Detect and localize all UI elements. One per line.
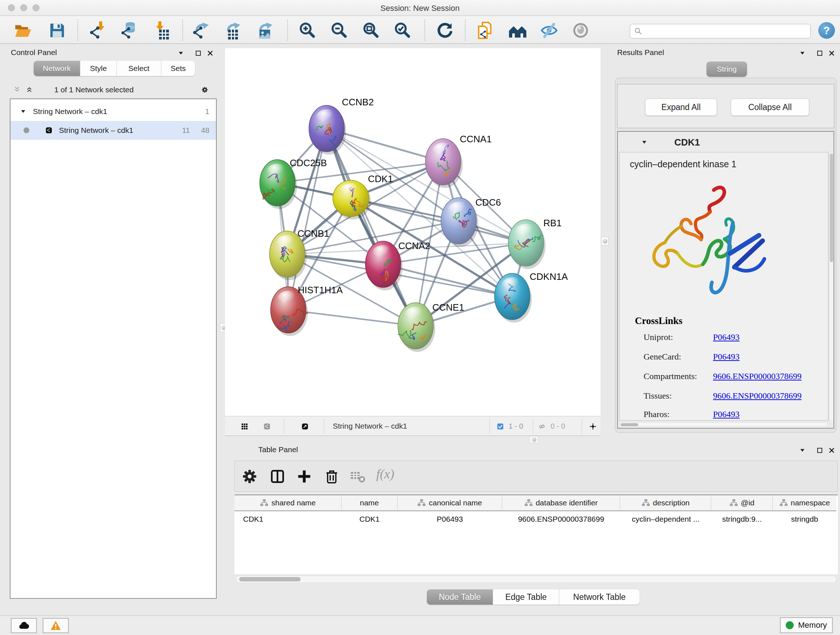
control-panel-collapse-icon[interactable] bbox=[176, 49, 186, 58]
grid-view-icon[interactable] bbox=[239, 421, 250, 432]
expand-all-networks-icon[interactable] bbox=[25, 85, 34, 94]
import-network-file-icon[interactable] bbox=[88, 20, 108, 41]
memory-status-dot bbox=[786, 621, 794, 629]
zoom-out-icon[interactable] bbox=[329, 20, 349, 41]
cell-database-identifier[interactable]: 9606.ENSP00000378699 bbox=[502, 515, 620, 524]
network-canvas[interactable]: CCNB2CCNA1CDC25BCDK1CDC6RB1CCNB1CCNA2CDK… bbox=[225, 48, 600, 416]
column-header-id[interactable]: @id bbox=[711, 495, 773, 511]
collection-count: 1 bbox=[205, 107, 210, 116]
network-graph[interactable]: CCNB2CCNA1CDC25BCDK1CDC6RB1CCNB1CCNA2CDK… bbox=[225, 48, 600, 416]
network-view-title: String Network – cdk1 bbox=[333, 422, 407, 431]
shared-column-icon bbox=[779, 499, 788, 507]
crosslink-value-link[interactable]: P06493 bbox=[713, 352, 739, 362]
control-panel-close-icon[interactable] bbox=[205, 49, 215, 58]
open-session-icon[interactable] bbox=[13, 20, 33, 41]
column-header-canonical-name[interactable]: canonical name bbox=[398, 495, 502, 511]
tab-edge-table[interactable]: Edge Table bbox=[493, 589, 559, 605]
warnings-button[interactable] bbox=[43, 618, 69, 633]
delete-column-icon[interactable] bbox=[323, 468, 340, 485]
expand-all-button[interactable]: Expand All bbox=[645, 98, 717, 116]
column-header-name[interactable]: name bbox=[341, 495, 398, 511]
network-share-icon[interactable] bbox=[261, 420, 273, 433]
column-header-namespace[interactable]: namespace bbox=[773, 495, 836, 511]
table-panel-collapse-icon[interactable] bbox=[798, 446, 807, 455]
fit-content-icon[interactable] bbox=[586, 420, 600, 433]
string-import-icon[interactable] bbox=[475, 20, 496, 41]
results-vertical-scrollbar[interactable] bbox=[829, 152, 834, 421]
table-panel-close-icon[interactable] bbox=[827, 446, 836, 455]
cloud-button[interactable] bbox=[11, 618, 37, 633]
hide-selected-icon[interactable] bbox=[539, 20, 559, 41]
control-panel-title: Control Panel bbox=[11, 48, 57, 57]
tab-sets[interactable]: Sets bbox=[161, 61, 195, 76]
results-panel-collapse-icon[interactable] bbox=[798, 49, 807, 58]
shared-column-icon bbox=[260, 499, 268, 507]
svg-text:CDC25B: CDC25B bbox=[290, 157, 327, 168]
import-network-database-icon[interactable] bbox=[119, 20, 140, 41]
results-horizontal-scrollbar[interactable] bbox=[620, 422, 828, 427]
cell-namespace[interactable]: stringdb bbox=[773, 515, 836, 524]
tab-network[interactable]: Network bbox=[34, 61, 80, 76]
column-header-shared-name[interactable]: shared name bbox=[234, 495, 341, 511]
add-column-icon[interactable] bbox=[295, 468, 313, 485]
show-all-icon[interactable] bbox=[570, 20, 591, 41]
right-splitter-handle[interactable] bbox=[601, 237, 608, 245]
memory-button[interactable]: Memory bbox=[780, 617, 833, 633]
tab-string[interactable]: String bbox=[706, 62, 747, 77]
table-options-gear-icon[interactable] bbox=[241, 468, 258, 485]
collapse-all-networks-icon[interactable] bbox=[12, 85, 22, 94]
results-panel-close-icon[interactable] bbox=[827, 49, 836, 58]
tab-select[interactable]: Select bbox=[117, 61, 161, 76]
crosslink-value-link[interactable]: 9606.ENSP00000378699 bbox=[713, 391, 802, 401]
network-options-gear-icon[interactable] bbox=[198, 83, 211, 96]
help-button[interactable]: ? bbox=[818, 22, 835, 39]
zoom-in-icon[interactable] bbox=[297, 20, 317, 41]
import-table-icon[interactable] bbox=[151, 20, 172, 41]
export-table-icon[interactable] bbox=[223, 20, 243, 41]
show-columns-icon[interactable] bbox=[269, 468, 286, 485]
zoom-fit-icon[interactable] bbox=[361, 20, 381, 41]
column-header-database-identifier[interactable]: database identifier bbox=[502, 495, 620, 511]
collapse-all-button[interactable]: Collapse All bbox=[731, 98, 809, 116]
cell-canonical-name[interactable]: P06493 bbox=[398, 515, 502, 524]
gene-section-expander-icon[interactable] bbox=[639, 138, 649, 147]
control-panel-tabs: Network Style Select Sets bbox=[34, 61, 195, 76]
network-type-icon bbox=[43, 125, 55, 136]
home-networks-icon[interactable] bbox=[508, 20, 528, 41]
tab-style[interactable]: Style bbox=[80, 61, 117, 76]
cell-description[interactable]: cyclin–dependent ... bbox=[620, 515, 711, 524]
table-row[interactable]: CDK1 CDK1 P06493 9606.ENSP00000378699 cy… bbox=[234, 511, 836, 527]
collection-expander-icon[interactable] bbox=[19, 107, 28, 116]
network-row[interactable]: String Network – cdk1 11 48 bbox=[11, 121, 216, 140]
cell-id[interactable]: stringdb:9... bbox=[711, 515, 773, 524]
table-panel-float-icon[interactable] bbox=[815, 446, 824, 455]
tab-network-table[interactable]: Network Table bbox=[559, 589, 639, 605]
results-panel-float-icon[interactable] bbox=[815, 49, 824, 58]
export-image-icon[interactable] bbox=[255, 20, 275, 41]
crosslink-value-link[interactable]: P06493 bbox=[713, 409, 739, 419]
search-input[interactable] bbox=[630, 24, 811, 38]
crosslink-label: GeneCard: bbox=[644, 352, 681, 361]
control-panel-float-icon[interactable] bbox=[194, 49, 203, 58]
results-panel-tabs: String bbox=[706, 62, 747, 77]
zoom-selected-icon[interactable] bbox=[392, 20, 412, 41]
column-header-description[interactable]: description bbox=[620, 495, 711, 511]
tab-node-table[interactable]: Node Table bbox=[427, 589, 493, 605]
separator bbox=[582, 418, 582, 434]
crosslink-row: Uniprot: bbox=[644, 333, 673, 342]
crosslink-label: Pharos: bbox=[644, 409, 669, 419]
table-horizontal-scrollbar[interactable] bbox=[236, 576, 836, 583]
bottom-splitter-handle[interactable] bbox=[530, 436, 538, 443]
cell-shared-name[interactable]: CDK1 bbox=[234, 515, 341, 524]
hidden-eye-icon[interactable] bbox=[537, 421, 547, 432]
birdseye-view-icon[interactable] bbox=[298, 420, 311, 433]
shared-column-icon bbox=[641, 499, 650, 507]
network-collection-row[interactable]: String Network – cdk1 1 bbox=[11, 102, 216, 121]
refresh-icon[interactable] bbox=[435, 20, 455, 41]
cell-name[interactable]: CDK1 bbox=[341, 515, 398, 524]
crosslink-value-link[interactable]: P06493 bbox=[713, 333, 739, 342]
crosslink-value-link[interactable]: 9606.ENSP00000378699 bbox=[713, 371, 802, 381]
selected-checkbox-icon[interactable] bbox=[496, 422, 505, 431]
save-session-icon[interactable] bbox=[47, 20, 67, 41]
export-network-icon[interactable] bbox=[191, 20, 211, 41]
